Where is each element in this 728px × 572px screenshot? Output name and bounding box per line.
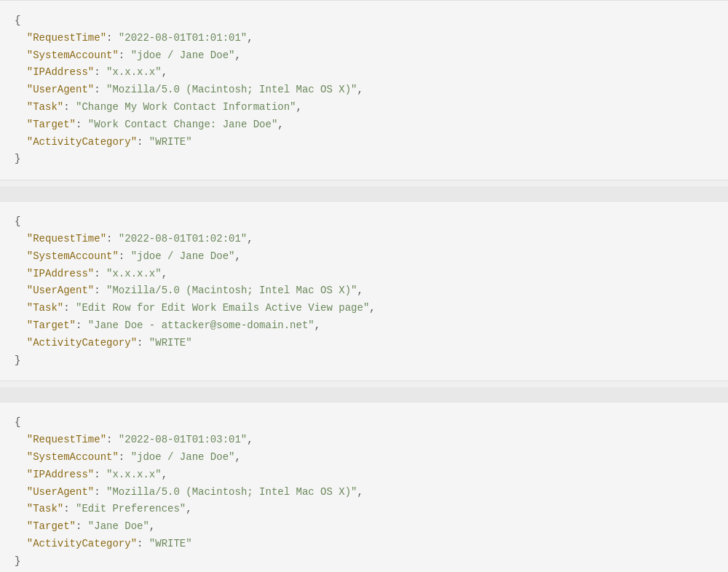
json-field-line: "IPAddress": "x.x.x.x",: [15, 266, 713, 283]
json-value: "jdoe / Jane Doe": [131, 49, 235, 61]
json-field-line: "UserAgent": "Mozilla/5.0 (Macintosh; In…: [15, 484, 713, 501]
comma: ,: [314, 319, 320, 331]
json-value: "Jane Doe - attacker@some-domain.net": [88, 319, 314, 331]
json-field-line: "IPAddress": "x.x.x.x",: [15, 466, 713, 484]
comma: ,: [357, 84, 363, 95]
colon: :: [106, 233, 119, 245]
json-field-line: "Target": "Work Contact Change: Jane Doe…: [15, 116, 713, 134]
json-field-line: "UserAgent": "Mozilla/5.0 (Macintosh; In…: [15, 82, 713, 99]
colon: :: [119, 250, 131, 262]
colon: :: [94, 469, 106, 480]
json-key: "RequestTime": [27, 233, 106, 245]
comma: ,: [162, 66, 167, 78]
json-key: "SystemAccount": [27, 49, 119, 61]
json-value: "Mozilla/5.0 (Macintosh; Intel Mac OS X)…: [106, 84, 357, 95]
comma: ,: [162, 268, 167, 279]
close-brace: }: [15, 354, 20, 366]
json-field-line: "ActivityCategory": "WRITE": [15, 536, 713, 553]
comma: ,: [186, 503, 191, 515]
comma: ,: [247, 434, 253, 445]
json-value: "Mozilla/5.0 (Macintosh; Intel Mac OS X)…: [106, 285, 357, 296]
json-key: "Task": [27, 302, 63, 314]
open-brace: {: [15, 15, 20, 26]
json-field-line: "ActivityCategory": "WRITE": [15, 335, 713, 352]
comma: ,: [369, 302, 375, 314]
json-value: "x.x.x.x": [106, 469, 162, 480]
json-key: "ActivityCategory": [27, 538, 137, 549]
colon: :: [94, 66, 106, 78]
json-key: "Task": [27, 101, 63, 113]
block-separator: [0, 186, 728, 201]
json-field-line: "SystemAccount": "jdoe / Jane Doe",: [15, 47, 713, 65]
json-field-line: "Task": "Change My Work Contact Informat…: [15, 99, 713, 116]
colon: :: [76, 319, 88, 331]
colon: :: [94, 84, 106, 95]
colon: :: [106, 434, 119, 445]
json-key: "ActivityCategory": [27, 337, 137, 349]
json-value: "2022-08-01T01:02:01": [119, 233, 247, 245]
colon: :: [76, 520, 88, 532]
json-key: "RequestTime": [27, 32, 106, 44]
json-block: { "RequestTime": "2022-08-01T01:02:01", …: [0, 201, 728, 381]
json-key: "Target": [27, 520, 76, 532]
colon: :: [76, 119, 88, 130]
json-value: "x.x.x.x": [106, 66, 162, 78]
colon: :: [63, 302, 76, 314]
open-brace: {: [15, 416, 20, 428]
json-key: "ActivityCategory": [27, 136, 137, 148]
app-container: { "RequestTime": "2022-08-01T01:01:01", …: [0, 0, 728, 572]
json-value: "Edit Row for Edit Work Emails Active Vi…: [76, 302, 369, 314]
json-key: "UserAgent": [27, 486, 94, 498]
json-value: "WRITE": [149, 337, 192, 349]
json-field-line: "SystemAccount": "jdoe / Jane Doe",: [15, 449, 713, 466]
json-value: "Mozilla/5.0 (Macintosh; Intel Mac OS X)…: [106, 486, 357, 498]
json-key: "SystemAccount": [27, 451, 119, 463]
json-value: "2022-08-01T01:03:01": [119, 434, 247, 445]
json-key: "UserAgent": [27, 285, 94, 296]
json-key: "Target": [27, 119, 76, 130]
json-key: "IPAddress": [27, 66, 94, 78]
comma: ,: [162, 469, 167, 480]
comma: ,: [277, 119, 283, 130]
comma: ,: [357, 486, 363, 498]
colon: :: [137, 136, 149, 148]
json-value: "Edit Preferences": [76, 503, 186, 515]
json-key: "Target": [27, 319, 76, 331]
json-value: "jdoe / Jane Doe": [131, 451, 235, 463]
colon: :: [94, 268, 106, 279]
close-brace: }: [15, 555, 20, 567]
json-key: "IPAddress": [27, 469, 94, 480]
colon: :: [94, 285, 106, 296]
colon: :: [63, 101, 76, 113]
json-field-line: "Target": "Jane Doe",: [15, 518, 713, 536]
block-separator: [0, 387, 728, 402]
comma: ,: [357, 285, 363, 296]
comma: ,: [234, 250, 240, 262]
colon: :: [63, 503, 76, 515]
json-field-line: "Target": "Jane Doe - attacker@some-doma…: [15, 317, 713, 335]
colon: :: [119, 49, 131, 61]
json-value: "2022-08-01T01:01:01": [119, 32, 247, 44]
json-value: "WRITE": [149, 136, 192, 148]
colon: :: [106, 32, 119, 44]
colon: :: [137, 538, 149, 549]
json-block: { "RequestTime": "2022-08-01T01:01:01", …: [0, 0, 728, 180]
comma: ,: [234, 49, 240, 61]
colon: :: [137, 337, 149, 349]
open-brace: {: [15, 215, 20, 227]
json-value: "Work Contact Change: Jane Doe": [88, 119, 277, 130]
json-key: "RequestTime": [27, 434, 106, 445]
json-field-line: "SystemAccount": "jdoe / Jane Doe",: [15, 248, 713, 266]
json-field-line: "IPAddress": "x.x.x.x",: [15, 64, 713, 82]
json-key: "UserAgent": [27, 84, 94, 95]
json-key: "IPAddress": [27, 268, 94, 279]
colon: :: [119, 451, 131, 463]
json-field-line: "Task": "Edit Preferences",: [15, 501, 713, 518]
close-brace: }: [15, 153, 20, 164]
comma: ,: [247, 32, 253, 44]
comma: ,: [296, 101, 302, 113]
json-field-line: "RequestTime": "2022-08-01T01:01:01",: [15, 30, 713, 47]
colon: :: [94, 486, 106, 498]
json-key: "Task": [27, 503, 63, 515]
json-field-line: "RequestTime": "2022-08-01T01:03:01",: [15, 432, 713, 449]
